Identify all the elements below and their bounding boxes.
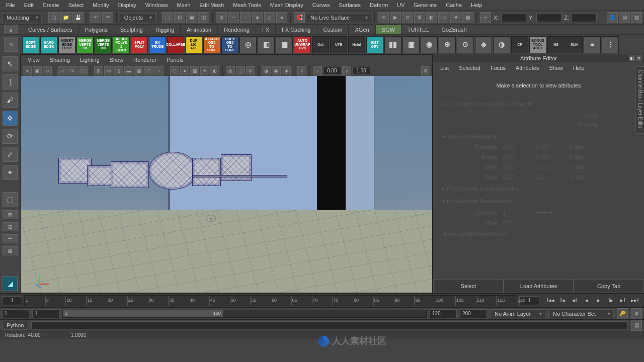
shelf-tab-curves-surfaces[interactable]: Curves / Surfaces bbox=[22, 25, 78, 34]
vp-film-gate-icon[interactable]: ▭ bbox=[104, 66, 113, 75]
x-coord-input[interactable] bbox=[501, 13, 526, 22]
vp-shadows-icon[interactable]: ◐ bbox=[210, 66, 219, 75]
go-to-end-icon[interactable]: ▸▸I bbox=[630, 296, 640, 305]
menu-display[interactable]: Display bbox=[114, 1, 140, 9]
vp-motion-blur-icon[interactable]: ◉ bbox=[272, 66, 281, 75]
shelf-btn-out[interactable]: Out bbox=[312, 36, 329, 53]
vp-aa-icon[interactable]: ◈ bbox=[282, 66, 291, 75]
select-component-icon[interactable]: ◫ bbox=[198, 12, 209, 23]
open-scene-icon[interactable]: 📁 bbox=[60, 12, 71, 23]
shelf-tab-turtle[interactable]: TURTLE bbox=[401, 25, 436, 34]
vp-image-plane-icon[interactable]: ▱ bbox=[43, 66, 52, 75]
vp-grid-icon[interactable]: ⊞ bbox=[94, 66, 103, 75]
vp-field-chart-icon[interactable]: ▦ bbox=[134, 66, 143, 75]
ae-pin-icon[interactable]: ◧ bbox=[629, 55, 635, 61]
vp-safe-title-icon[interactable]: ▫ bbox=[154, 66, 164, 75]
account-icon[interactable]: 👤 bbox=[607, 12, 618, 23]
vp-wireframe-icon[interactable]: ⬡ bbox=[170, 66, 179, 75]
shelf-btn--[interactable]: ⊙ bbox=[457, 36, 474, 53]
ae-select-button[interactable]: Select bbox=[433, 279, 504, 293]
vp-gamma-value[interactable]: 1.00 bbox=[352, 67, 370, 75]
play-forward-icon[interactable]: ▸ bbox=[594, 296, 604, 305]
last-tool[interactable]: ✦ bbox=[3, 165, 18, 180]
select-object-icon[interactable]: ▣ bbox=[186, 12, 197, 23]
menu-cache[interactable]: Cache bbox=[442, 1, 466, 9]
lasso-tool[interactable]: ⟆ bbox=[3, 74, 18, 89]
step-back-key-icon[interactable]: I◂ bbox=[557, 296, 568, 305]
shelf-btn-split-poly[interactable]: SPLITPOLY bbox=[131, 36, 148, 53]
snap-plane-icon[interactable]: ◈ bbox=[252, 12, 263, 23]
vp-ao-icon[interactable]: ◑ bbox=[262, 66, 271, 75]
ae-menu-show[interactable]: Show bbox=[544, 63, 568, 72]
ae-menu-attributes[interactable]: Attributes bbox=[511, 63, 544, 72]
channel-box-vertical-tab[interactable]: Channel Box / Layer Editor bbox=[635, 66, 644, 134]
shelf-btn-ute[interactable]: UTE bbox=[330, 36, 347, 53]
shelf-tab-xgen[interactable]: XGen bbox=[349, 25, 375, 34]
menu-mesh[interactable]: Mesh bbox=[173, 1, 194, 9]
vp-camera-select-icon[interactable]: ▾ bbox=[23, 66, 32, 75]
anim-end-field[interactable]: 200 bbox=[460, 309, 487, 318]
shelf-btn-bridge-polys-1-span[interactable]: BRIDGEPOLYS1SPAN bbox=[113, 36, 130, 53]
shelf-tab-rendering[interactable]: Rendering bbox=[218, 25, 256, 34]
select-hierarchy-icon[interactable]: ⊡ bbox=[174, 12, 185, 23]
menu-surfaces[interactable]: Surfaces bbox=[335, 1, 365, 9]
shelf-btn-attach-obj-to-surf[interactable]: ATTACHOBJTOSURF bbox=[203, 36, 220, 53]
vp-textured-icon[interactable]: ▩ bbox=[190, 66, 199, 75]
make-live-icon[interactable]: 🧲 bbox=[294, 12, 305, 23]
shelf-tab-gozbrush[interactable]: GoZBrush bbox=[435, 25, 473, 34]
ae-close-icon[interactable]: ✕ bbox=[636, 55, 642, 61]
shelf-btn-hshd[interactable]: Hshd bbox=[348, 36, 365, 53]
select-tool[interactable]: ↖ bbox=[3, 56, 18, 71]
shelf-tab-rigging[interactable]: Rigging bbox=[149, 25, 181, 34]
shelf-editor-icon[interactable]: ✎ bbox=[4, 37, 18, 52]
vp-gate-mask-icon[interactable]: ▬ bbox=[124, 66, 133, 75]
shelf-btn-auto-unwrap-uvs[interactable]: AUTOUNWRAPUVs bbox=[294, 36, 311, 53]
shelf-btn--[interactable]: ≡ bbox=[584, 36, 601, 53]
shelf-btn-dup-lic-ate[interactable]: DUPLICATE bbox=[185, 36, 202, 53]
anim-layer-dropdown[interactable]: No Anim Layer bbox=[490, 309, 545, 318]
select-mode-dropdown[interactable]: Objects bbox=[120, 13, 155, 22]
command-input[interactable] bbox=[31, 321, 628, 329]
persp-layout[interactable]: ▤ bbox=[3, 246, 18, 255]
prefs-icon[interactable]: ⚙ bbox=[631, 308, 642, 319]
snap-live-icon[interactable]: ● bbox=[276, 12, 287, 23]
ae-load-attributes-button[interactable]: Load Attributes bbox=[504, 279, 574, 293]
current-frame-leftbox[interactable]: 1 bbox=[2, 296, 22, 305]
menu-select[interactable]: Select bbox=[64, 1, 88, 9]
ipr-render-icon[interactable]: ⊙ bbox=[402, 12, 413, 23]
shelf-btn--[interactable]: ▦ bbox=[276, 36, 293, 53]
vp-menu-lighting[interactable]: Lighting bbox=[75, 56, 105, 64]
panel-icon[interactable]: ▦ bbox=[462, 12, 473, 23]
four-pane-layout[interactable]: ⊞ bbox=[3, 210, 18, 219]
shelf-btn-hist-ory[interactable]: HISTORY bbox=[366, 36, 383, 53]
render-view-icon[interactable]: ▭ bbox=[438, 12, 449, 23]
character-set-dropdown[interactable]: No Character Set bbox=[548, 309, 614, 318]
light-icon[interactable]: ✷ bbox=[450, 12, 461, 23]
undo-icon[interactable]: ↶ bbox=[90, 12, 101, 23]
menu-curves[interactable]: Curves bbox=[308, 1, 334, 9]
render-icon[interactable]: ▶ bbox=[390, 12, 401, 23]
snap-point-icon[interactable]: ◦ bbox=[240, 12, 251, 23]
ae-copy-tab-button[interactable]: Copy Tab bbox=[574, 279, 644, 293]
move-tool[interactable]: ✥ bbox=[3, 111, 18, 126]
shelf-btn-slh[interactable]: SLH bbox=[566, 36, 583, 53]
vp-menu-renderer[interactable]: Renderer bbox=[128, 56, 162, 64]
playback-end-field[interactable]: 120 bbox=[430, 309, 457, 318]
shelf-tab-animation[interactable]: Animation bbox=[181, 25, 218, 34]
vp-settings-icon[interactable]: ⚙ bbox=[421, 66, 430, 75]
workspace-icon[interactable]: ▥ bbox=[631, 12, 642, 23]
shelf-btn-merge-verts-001[interactable]: MERGEVERTS.001 bbox=[95, 36, 112, 53]
vp-res-gate-icon[interactable]: ▯ bbox=[114, 66, 123, 75]
vp-safe-action-icon[interactable]: □ bbox=[144, 66, 153, 75]
shelf-btn-collapse[interactable]: COLLAPSE bbox=[167, 36, 184, 53]
shelf-tab-sgw[interactable]: SGW bbox=[376, 25, 401, 34]
menu-help[interactable]: Help bbox=[467, 1, 487, 9]
menu-deform[interactable]: Deform bbox=[366, 1, 392, 9]
viewport-3d[interactable] bbox=[21, 76, 432, 293]
shelf-btn--[interactable]: ◎ bbox=[239, 36, 257, 53]
shelf-btn-soft-edge[interactable]: SOFTEDGE bbox=[22, 36, 39, 53]
ae-menu-list[interactable]: List bbox=[435, 63, 454, 72]
menu-modify[interactable]: Modify bbox=[89, 1, 113, 9]
scale-tool[interactable]: ⤢ bbox=[3, 147, 18, 162]
vp-exposure-icon[interactable]: ☼ bbox=[313, 66, 322, 75]
